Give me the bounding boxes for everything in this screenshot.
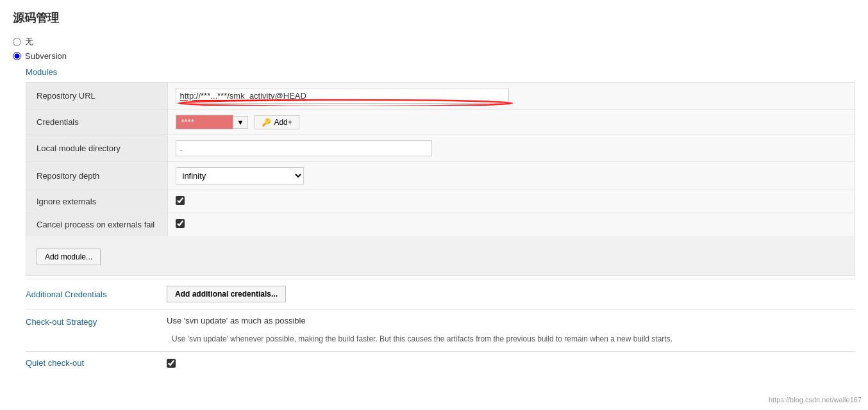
ignore-externals-value-cell: [167, 190, 855, 213]
repo-url-value-cell: [167, 83, 855, 110]
local-dir-label: Local module directory: [26, 135, 167, 162]
radio-group: 无 Subversion: [13, 36, 855, 61]
repo-url-input[interactable]: [176, 88, 509, 104]
modules-label: Modules: [26, 67, 855, 77]
checkout-strategy-label: Check-out Strategy: [26, 316, 167, 327]
ignore-externals-label: Ignore externals: [26, 190, 167, 213]
page-title: 源码管理: [13, 10, 855, 26]
repo-url-row: Repository URL: [26, 83, 855, 110]
ignore-externals-checkbox[interactable]: [176, 196, 185, 205]
additional-credentials-row: Additional Credentials Add additional cr…: [26, 279, 855, 309]
cred-select-field: ****: [176, 115, 233, 129]
cancel-externals-label: Cancel process on externals fail: [26, 213, 167, 236]
checkout-strategy-value: Use 'svn update' as much as possible Use…: [167, 316, 855, 345]
radio-none[interactable]: [13, 38, 21, 46]
local-dir-value-cell: [167, 135, 855, 162]
scm-section: Modules Repository URL: [26, 67, 855, 374]
quiet-checkout-checkbox[interactable]: [167, 359, 176, 368]
quiet-checkout-label: Quiet check-out: [26, 358, 167, 368]
local-dir-input[interactable]: [176, 140, 432, 156]
quiet-checkout-row: Quiet check-out: [26, 351, 855, 374]
additional-credentials-label: Additional Credentials: [26, 290, 167, 299]
radio-none-item: 无: [13, 36, 855, 47]
cancel-externals-value-cell: [167, 213, 855, 236]
credentials-row: Credentials **** ▼ 🔑 Add+: [26, 110, 855, 135]
page-container: 源码管理 无 Subversion Modules Repository URL: [0, 0, 868, 410]
add-module-container: Add module...: [26, 236, 855, 275]
radio-subversion-item: Subversion: [13, 51, 855, 61]
credentials-value-cell: **** ▼ 🔑 Add+: [167, 110, 855, 135]
cred-select-wrapper: **** ▼: [176, 115, 249, 129]
add-credentials-label: Add+: [274, 118, 292, 127]
cancel-externals-checkbox[interactable]: [176, 219, 185, 228]
repo-depth-value-cell: infinity empty files immediates: [167, 162, 855, 190]
repo-url-label: Repository URL: [26, 83, 167, 110]
local-dir-row: Local module directory: [26, 135, 855, 162]
radio-none-label: 无: [25, 36, 33, 47]
credentials-label: Credentials: [26, 110, 167, 135]
repo-depth-row: Repository depth infinity empty files im…: [26, 162, 855, 190]
modules-panel: Repository URL Credentials: [26, 82, 855, 276]
cancel-externals-row: Cancel process on externals fail: [26, 213, 855, 236]
repo-depth-select[interactable]: infinity empty files immediates: [176, 167, 304, 184]
add-additional-credentials-button[interactable]: Add additional credentials...: [167, 286, 286, 302]
checkout-strategy-main: Use 'svn update' as much as possible: [167, 316, 855, 325]
key-icon: 🔑: [262, 118, 271, 127]
modules-form-table: Repository URL Credentials: [26, 83, 855, 236]
checkout-strategy-desc: Use 'svn update' whenever possible, maki…: [167, 329, 855, 345]
watermark: https://blog.csdn.net/walle167: [769, 396, 862, 404]
checkout-strategy-row: Check-out Strategy Use 'svn update' as m…: [26, 309, 855, 351]
repo-depth-label: Repository depth: [26, 162, 167, 190]
add-module-button[interactable]: Add module...: [37, 249, 101, 265]
cred-dropdown-btn[interactable]: ▼: [233, 116, 249, 129]
repo-url-highlight: [176, 88, 509, 104]
radio-subversion-label: Subversion: [25, 51, 67, 61]
ignore-externals-row: Ignore externals: [26, 190, 855, 213]
add-credentials-button[interactable]: 🔑 Add+: [255, 115, 299, 129]
credentials-wrapper: **** ▼ 🔑 Add+: [176, 115, 847, 129]
radio-subversion[interactable]: [13, 52, 21, 60]
